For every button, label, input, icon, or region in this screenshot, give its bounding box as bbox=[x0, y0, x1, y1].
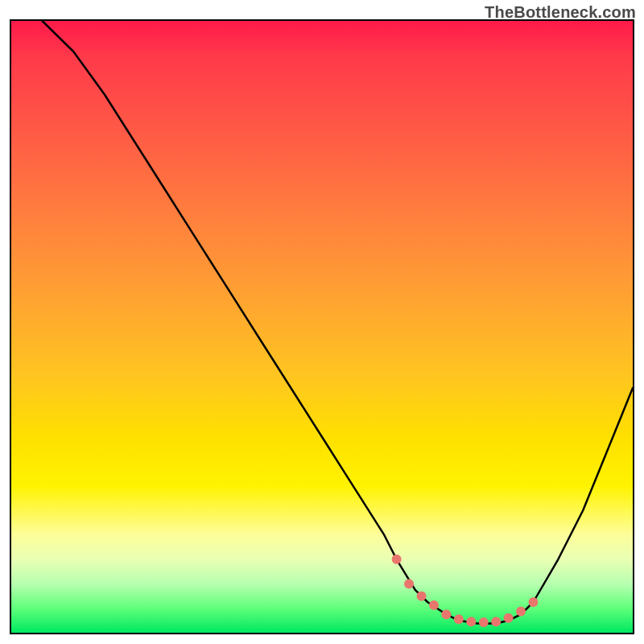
marker-dot bbox=[466, 617, 476, 626]
chart-svg bbox=[11, 21, 633, 633]
marker-dot bbox=[429, 601, 439, 610]
marker-dot bbox=[504, 613, 514, 623]
marker-dot bbox=[528, 597, 538, 607]
marker-dot bbox=[479, 617, 489, 627]
marker-dot bbox=[417, 591, 427, 601]
plot-area bbox=[10, 19, 634, 634]
bottleneck-curve bbox=[43, 21, 633, 624]
marker-dot bbox=[454, 614, 464, 624]
marker-dot bbox=[441, 609, 451, 619]
chart-container: TheBottleneck.com bbox=[0, 0, 644, 644]
watermark-label: TheBottleneck.com bbox=[485, 3, 636, 22]
marker-dot bbox=[404, 579, 414, 588]
marker-dot bbox=[392, 555, 402, 564]
marker-dot bbox=[491, 617, 501, 626]
marker-dot bbox=[516, 606, 526, 616]
